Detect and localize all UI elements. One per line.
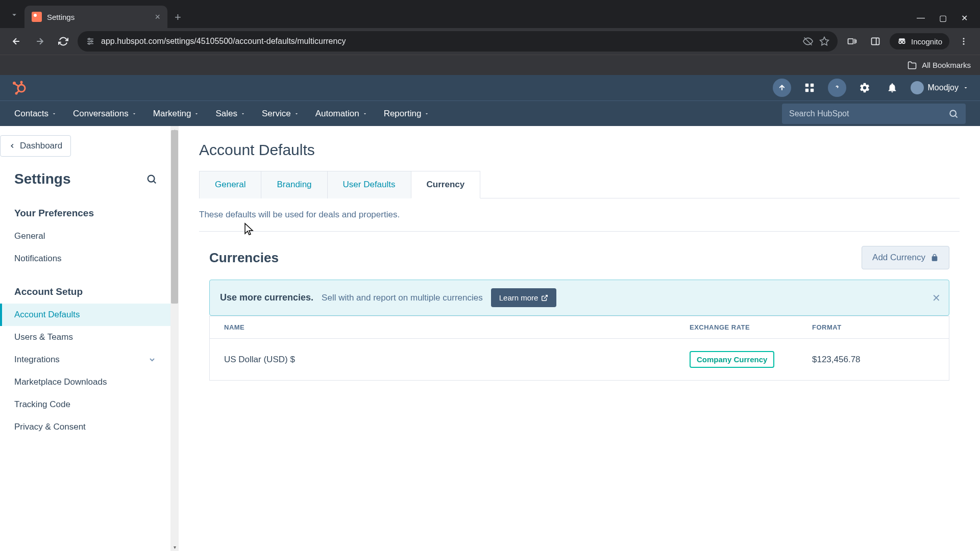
svg-point-30 bbox=[950, 110, 956, 116]
table-header-row: NAME EXCHANGE RATE FORMAT bbox=[210, 316, 949, 339]
sidebar-item-integrations[interactable]: Integrations bbox=[0, 348, 170, 371]
svg-point-3 bbox=[88, 38, 90, 40]
svg-rect-8 bbox=[848, 39, 853, 44]
th-name: NAME bbox=[224, 323, 690, 331]
window-minimize-icon[interactable]: — bbox=[917, 13, 925, 23]
app-header: Moodjoy bbox=[0, 75, 980, 101]
svg-rect-11 bbox=[872, 38, 879, 44]
tab-search-dropdown[interactable] bbox=[4, 5, 24, 25]
currency-format: $123,456.78 bbox=[812, 355, 935, 365]
section-account-setup: Account Setup bbox=[0, 280, 170, 304]
window-close-icon[interactable]: ✕ bbox=[961, 13, 968, 23]
nav-service[interactable]: Service bbox=[262, 109, 299, 119]
th-exchange-rate: EXCHANGE RATE bbox=[690, 323, 812, 331]
company-currency-badge: Company Currency bbox=[690, 351, 774, 368]
svg-rect-29 bbox=[810, 89, 813, 92]
sidebar-item-privacy-consent[interactable]: Privacy & Consent bbox=[0, 416, 170, 438]
nav-contacts[interactable]: Contacts bbox=[14, 109, 57, 119]
user-menu[interactable]: Moodjoy bbox=[911, 81, 969, 94]
nav-sales[interactable]: Sales bbox=[215, 109, 246, 119]
sidebar-item-tracking-code[interactable]: Tracking Code bbox=[0, 393, 170, 416]
svg-point-4 bbox=[91, 41, 92, 42]
chevron-left-icon bbox=[9, 142, 16, 149]
hubspot-logo[interactable] bbox=[11, 80, 27, 95]
side-panel-icon[interactable] bbox=[866, 32, 885, 51]
bookmark-star-icon[interactable] bbox=[819, 36, 829, 46]
nav-automation[interactable]: Automation bbox=[315, 109, 368, 119]
banner-title: Use more currencies. bbox=[220, 292, 313, 303]
sidebar-item-users-teams[interactable]: Users & Teams bbox=[0, 326, 170, 348]
cookies-blocked-icon[interactable] bbox=[803, 36, 813, 46]
svg-point-16 bbox=[963, 38, 965, 39]
tab-currency[interactable]: Currency bbox=[411, 171, 481, 198]
settings-gear-icon[interactable] bbox=[855, 79, 874, 97]
scrollbar-thumb[interactable] bbox=[171, 130, 178, 304]
search-input[interactable] bbox=[789, 109, 948, 118]
sidebar-item-notifications[interactable]: Notifications bbox=[0, 247, 170, 270]
sidebar-item-general[interactable]: General bbox=[0, 225, 170, 247]
svg-point-13 bbox=[899, 41, 901, 43]
help-icon[interactable] bbox=[828, 79, 846, 97]
svg-point-25 bbox=[15, 92, 18, 95]
learn-more-button[interactable]: Learn more bbox=[491, 288, 557, 307]
forward-button[interactable] bbox=[31, 32, 49, 51]
chevron-down-icon bbox=[963, 85, 969, 91]
banner-close-icon[interactable]: ✕ bbox=[932, 292, 941, 304]
svg-point-32 bbox=[148, 176, 155, 182]
tab-branding[interactable]: Branding bbox=[261, 171, 327, 198]
svg-line-33 bbox=[154, 181, 156, 183]
sidebar-item-account-defaults[interactable]: Account Defaults bbox=[0, 304, 170, 326]
th-format: FORMAT bbox=[812, 323, 935, 331]
media-control-icon[interactable] bbox=[843, 32, 861, 51]
back-to-dashboard-link[interactable]: Dashboard bbox=[0, 135, 71, 157]
chevron-down-icon bbox=[148, 356, 156, 364]
currency-name: US Dollar (USD) $ bbox=[224, 355, 690, 365]
browser-menu-icon[interactable] bbox=[954, 32, 973, 51]
tab-general[interactable]: General bbox=[199, 171, 261, 198]
nav-reporting[interactable]: Reporting bbox=[384, 109, 430, 119]
svg-line-31 bbox=[955, 115, 958, 117]
primary-nav: Contacts Conversations Marketing Sales S… bbox=[0, 101, 980, 126]
page-title: Account Defaults bbox=[199, 141, 960, 159]
sidebar-item-marketplace-downloads[interactable]: Marketplace Downloads bbox=[0, 371, 170, 393]
nav-marketing[interactable]: Marketing bbox=[153, 109, 200, 119]
site-settings-icon[interactable] bbox=[86, 37, 95, 46]
global-search[interactable] bbox=[782, 104, 966, 124]
tab-user-defaults[interactable]: User Defaults bbox=[327, 171, 411, 198]
add-currency-button[interactable]: Add Currency bbox=[862, 246, 949, 269]
all-bookmarks-link[interactable]: All Bookmarks bbox=[922, 61, 971, 69]
table-row[interactable]: US Dollar (USD) $ Company Currency $123,… bbox=[210, 339, 949, 380]
currencies-table: NAME EXCHANGE RATE FORMAT US Dollar (USD… bbox=[209, 316, 949, 381]
reload-button[interactable] bbox=[54, 32, 72, 51]
browser-tab-active[interactable]: Settings × bbox=[24, 6, 167, 28]
browser-tab-title: Settings bbox=[47, 13, 150, 21]
settings-sidebar: Dashboard Settings Your Preferences Gene… bbox=[0, 126, 170, 551]
url-text: app.hubspot.com/settings/45105500/accoun… bbox=[101, 37, 797, 46]
upgrade-icon[interactable] bbox=[773, 79, 791, 97]
nav-conversations[interactable]: Conversations bbox=[73, 109, 137, 119]
svg-rect-26 bbox=[805, 84, 808, 87]
external-link-icon bbox=[541, 294, 548, 302]
hubspot-favicon bbox=[32, 12, 42, 22]
tab-description: These defaults will be used for deals an… bbox=[199, 210, 960, 232]
address-bar[interactable]: app.hubspot.com/settings/45105500/accoun… bbox=[78, 31, 838, 52]
user-avatar bbox=[911, 81, 924, 94]
marketplace-icon[interactable] bbox=[800, 79, 819, 97]
browser-toolbar: app.hubspot.com/settings/45105500/accoun… bbox=[0, 28, 980, 55]
browser-tab-strip: Settings × + — ▢ ✕ bbox=[0, 0, 980, 28]
sidebar-scrollbar[interactable]: ▴ ▾ bbox=[170, 126, 179, 551]
settings-search-icon[interactable] bbox=[146, 173, 157, 185]
window-maximize-icon[interactable]: ▢ bbox=[939, 13, 947, 23]
scroll-down-arrow[interactable]: ▾ bbox=[170, 543, 179, 551]
settings-tabs: General Branding User Defaults Currency bbox=[199, 171, 960, 198]
incognito-badge[interactable]: Incognito bbox=[890, 33, 949, 49]
svg-rect-28 bbox=[805, 89, 808, 92]
new-tab-button[interactable]: + bbox=[175, 11, 181, 24]
svg-point-23 bbox=[20, 81, 23, 84]
back-button[interactable] bbox=[7, 32, 26, 51]
tab-close-icon[interactable]: × bbox=[155, 12, 160, 22]
search-icon bbox=[948, 109, 959, 119]
notifications-bell-icon[interactable] bbox=[883, 79, 901, 97]
svg-line-21 bbox=[15, 84, 19, 87]
svg-point-17 bbox=[963, 41, 965, 42]
